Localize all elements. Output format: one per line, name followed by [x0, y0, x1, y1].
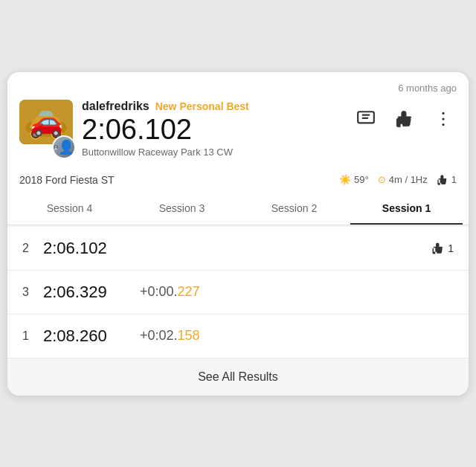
tab-session-1[interactable]: Session 1	[350, 193, 463, 225]
post-card: 6 months ago	[7, 72, 469, 396]
car-model: 2018 Ford Fiesta ST	[19, 174, 115, 186]
action-icons	[353, 100, 457, 132]
result-row-2: 3 2:06.329 +0:00.227	[7, 271, 469, 315]
thumbs-up-small-icon	[437, 174, 448, 186]
results-list: 2 2:06.102 1 3 2:06.329 +0:00.227	[7, 227, 469, 358]
thumbs-up-button[interactable]	[391, 106, 418, 132]
result-time-dec-3: 260	[80, 326, 107, 345]
meta-likes-count: 1	[451, 174, 457, 185]
more-options-button[interactable]	[430, 106, 457, 132]
result-like-count-1: 1	[448, 242, 454, 254]
tab-session-2[interactable]: Session 2	[238, 193, 350, 225]
track-name: Buttonwillow Raceway Park 13 CW	[82, 146, 344, 158]
result-time-2: 2:06.329	[43, 283, 140, 302]
tab-session-4[interactable]: Session 4	[13, 193, 126, 225]
result-delta-main-3: +0:02.	[140, 328, 178, 343]
result-delta-main-2: +0:00.	[140, 284, 178, 299]
comment-button[interactable]	[353, 106, 379, 132]
user-info: dalefredriks New Personal Best 2:06.102 …	[82, 100, 344, 158]
lap-time-decimals: 102	[145, 114, 192, 145]
result-pos-1: 2	[22, 242, 43, 255]
svg-point-9	[55, 146, 57, 147]
result-delta-dec-3: 158	[178, 328, 200, 343]
result-like-1: 1	[431, 242, 454, 255]
see-all-button[interactable]: See All Results	[7, 358, 469, 396]
result-delta-3: +0:02.158	[140, 328, 454, 344]
svg-point-3	[33, 131, 39, 137]
svg-point-15	[442, 117, 444, 120]
svg-point-14	[442, 112, 444, 114]
tab-session-3[interactable]: Session 3	[126, 193, 238, 225]
lap-time: 2:06.102	[82, 115, 344, 146]
personal-best-badge: New Personal Best	[155, 100, 249, 112]
result-time-main-3: 2:08.	[43, 326, 80, 345]
result-row-3: 1 2:08.260 +0:02.158	[7, 315, 469, 358]
result-pos-3: 1	[22, 329, 43, 343]
post-header: 6 months ago	[7, 72, 469, 167]
result-row-1: 2 2:06.102 1	[7, 227, 469, 271]
temperature-icon: ☀️	[339, 174, 351, 185]
username-line: dalefredriks New Personal Best	[82, 100, 344, 113]
result-time-main-2: 2:06.	[43, 283, 80, 301]
result-pos-2: 3	[22, 286, 43, 299]
result-time-main-1: 2:06.	[43, 239, 80, 257]
temperature-value: 59°	[354, 174, 369, 185]
svg-point-16	[442, 123, 444, 125]
result-time-3: 2:08.260	[43, 326, 140, 346]
like-icon-1	[431, 242, 445, 255]
svg-point-6	[30, 129, 41, 139]
sessions-tabs: Session 4 Session 3 Session 2 Session 1	[7, 193, 469, 225]
svg-point-10	[54, 147, 57, 149]
username: dalefredriks	[82, 100, 149, 113]
user-row: dalefredriks New Personal Best 2:06.102 …	[19, 100, 457, 159]
gps-stat: ⊙ 4m / 1Hz	[378, 174, 428, 185]
timestamp: 6 months ago	[19, 83, 457, 94]
avatar	[52, 135, 76, 159]
temperature-stat: ☀️ 59°	[339, 174, 369, 185]
gps-icon: ⊙	[378, 174, 386, 185]
gps-value: 4m / 1Hz	[389, 174, 428, 185]
lap-time-main: 2:06.	[82, 114, 145, 145]
result-time-dec-2: 329	[80, 283, 107, 301]
meta-row: 2018 Ford Fiesta ST ☀️ 59° ⊙ 4m / 1Hz 1	[7, 167, 469, 193]
result-time-dec-1: 102	[80, 239, 107, 257]
result-delta-2: +0:00.227	[140, 284, 454, 300]
result-delta-dec-2: 227	[178, 284, 200, 299]
result-time-1: 2:06.102	[43, 239, 140, 258]
svg-point-1	[25, 119, 67, 137]
meta-stats: ☀️ 59° ⊙ 4m / 1Hz 1	[339, 174, 457, 186]
avatar-stack	[19, 100, 73, 159]
meta-likes: 1	[437, 174, 457, 186]
